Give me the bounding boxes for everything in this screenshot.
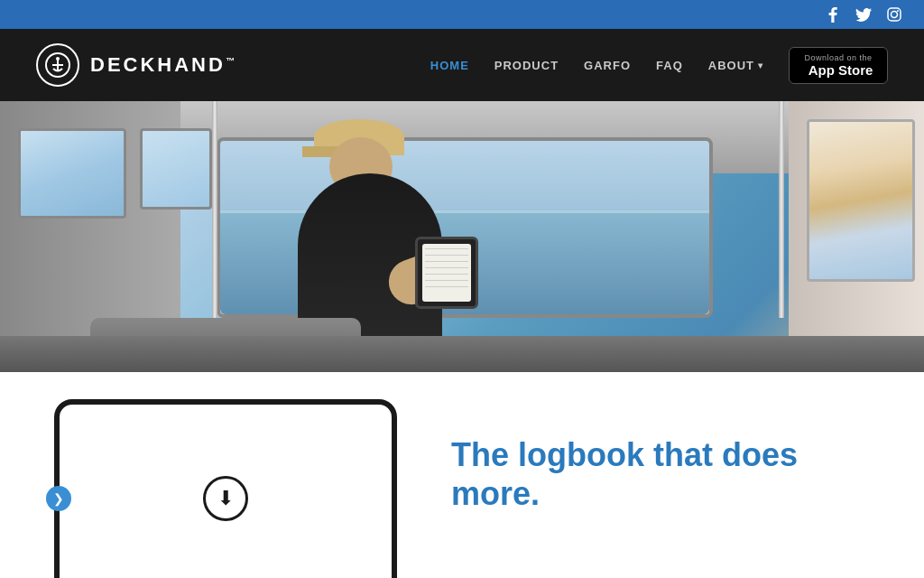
device-frame: ❯ ⬇	[54, 399, 397, 578]
instagram-icon[interactable]	[886, 6, 902, 23]
logo-area[interactable]: DECKHAND™	[36, 43, 237, 87]
boat-floor	[0, 336, 924, 372]
app-store-small-text: Download on the	[804, 53, 872, 62]
app-store-button[interactable]: Download on the App Store	[789, 47, 888, 84]
window-left-2	[140, 128, 212, 210]
below-fold-section: ❯ ⬇ The logbook that does more.	[0, 372, 924, 578]
device-center-icon: ⬇	[203, 476, 248, 521]
logo-text: DECKHAND™	[90, 53, 237, 77]
hero-section	[0, 101, 924, 372]
tagline-area: The logbook that does more.	[451, 399, 870, 513]
tablet-device	[415, 237, 478, 309]
svg-point-2	[897, 10, 899, 12]
nav-home[interactable]: HOME	[430, 59, 469, 72]
facebook-icon[interactable]	[825, 6, 841, 23]
logo-icon	[36, 43, 79, 87]
app-store-big-text: App Store	[804, 62, 873, 78]
social-bar	[0, 0, 924, 29]
device-arrow-button[interactable]: ❯	[46, 486, 71, 511]
tagline-text: The logbook that does more.	[451, 435, 870, 513]
svg-rect-0	[888, 8, 901, 21]
nav-about[interactable]: ABOUT ▾	[708, 59, 763, 72]
nav-links: HOME PRODUCT GARFO FAQ ABOUT ▾ Download …	[430, 47, 888, 84]
nav-product[interactable]: PRODUCT	[494, 59, 559, 72]
twitter-icon[interactable]	[855, 6, 872, 23]
nav-garfo[interactable]: GARFO	[584, 59, 631, 72]
rail-right	[779, 101, 784, 318]
rail-left	[212, 101, 217, 318]
chevron-down-icon: ▾	[758, 61, 763, 70]
svg-point-1	[892, 12, 898, 18]
svg-point-6	[56, 57, 60, 61]
boat-interior	[0, 101, 924, 372]
device-mockup: ❯ ⬇	[54, 399, 397, 578]
nav-faq[interactable]: FAQ	[656, 59, 683, 72]
window-left-1	[18, 128, 126, 219]
navbar: DECKHAND™ HOME PRODUCT GARFO FAQ ABOUT ▾…	[0, 29, 924, 101]
window-right-1	[807, 119, 915, 282]
